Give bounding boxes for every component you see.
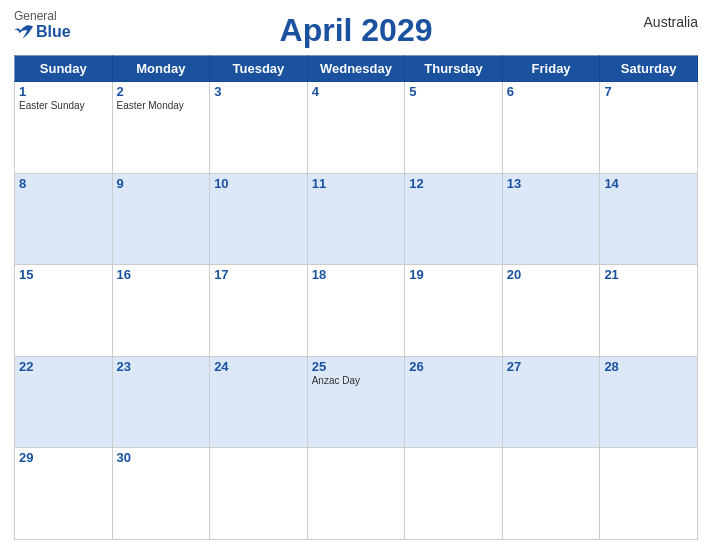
country-label: Australia [644,14,698,30]
weekday-header: Friday [502,56,600,82]
weekday-header: Saturday [600,56,698,82]
day-number: 15 [19,267,108,282]
day-number: 19 [409,267,498,282]
holiday-label: Easter Monday [117,100,206,111]
day-number: 16 [117,267,206,282]
calendar-header: General Blue April 2029 Australia [14,10,698,49]
day-number: 10 [214,176,303,191]
calendar-cell: 7 [600,82,698,174]
calendar-cell: 14 [600,173,698,265]
day-number: 12 [409,176,498,191]
logo-bird-icon [14,24,34,40]
calendar-cell: 24 [210,356,308,448]
calendar-cell: 8 [15,173,113,265]
calendar-cell: 13 [502,173,600,265]
day-number: 7 [604,84,693,99]
holiday-label: Anzac Day [312,375,401,386]
calendar-cell: 28 [600,356,698,448]
calendar-cell [600,448,698,540]
calendar-cell: 18 [307,265,405,357]
calendar-cell: 4 [307,82,405,174]
logo-blue-text: Blue [14,23,71,41]
holiday-label: Easter Sunday [19,100,108,111]
calendar-cell: 10 [210,173,308,265]
day-number: 3 [214,84,303,99]
weekday-header: Tuesday [210,56,308,82]
calendar-cell: 15 [15,265,113,357]
calendar-cell: 20 [502,265,600,357]
day-number: 26 [409,359,498,374]
logo-general-text: General [14,10,57,23]
month-title: April 2029 [280,12,433,49]
calendar-body: 1Easter Sunday2Easter Monday345678910111… [15,82,698,540]
day-number: 21 [604,267,693,282]
calendar-cell: 5 [405,82,503,174]
day-number: 6 [507,84,596,99]
calendar-cell: 22 [15,356,113,448]
day-number: 29 [19,450,108,465]
calendar-cell [502,448,600,540]
calendar-cell: 23 [112,356,210,448]
weekday-header: Thursday [405,56,503,82]
day-number: 20 [507,267,596,282]
day-number: 8 [19,176,108,191]
calendar-cell: 19 [405,265,503,357]
day-number: 28 [604,359,693,374]
day-number: 27 [507,359,596,374]
calendar-cell: 12 [405,173,503,265]
day-number: 23 [117,359,206,374]
calendar-cell: 29 [15,448,113,540]
calendar-table: SundayMondayTuesdayWednesdayThursdayFrid… [14,55,698,540]
weekday-header: Wednesday [307,56,405,82]
calendar-header-row: SundayMondayTuesdayWednesdayThursdayFrid… [15,56,698,82]
weekday-header: Sunday [15,56,113,82]
day-number: 22 [19,359,108,374]
calendar-cell: 6 [502,82,600,174]
day-number: 9 [117,176,206,191]
calendar-cell: 21 [600,265,698,357]
calendar-cell: 26 [405,356,503,448]
calendar-cell: 16 [112,265,210,357]
day-number: 24 [214,359,303,374]
day-number: 5 [409,84,498,99]
logo-area: General Blue [14,10,71,41]
calendar-cell: 3 [210,82,308,174]
calendar-cell [405,448,503,540]
day-number: 14 [604,176,693,191]
calendar-cell: 30 [112,448,210,540]
day-number: 2 [117,84,206,99]
day-number: 25 [312,359,401,374]
calendar-cell: 1Easter Sunday [15,82,113,174]
day-number: 1 [19,84,108,99]
day-number: 30 [117,450,206,465]
calendar-cell: 11 [307,173,405,265]
day-number: 11 [312,176,401,191]
calendar-cell: 9 [112,173,210,265]
weekday-header: Monday [112,56,210,82]
calendar-cell: 17 [210,265,308,357]
calendar-cell: 25Anzac Day [307,356,405,448]
calendar-cell: 27 [502,356,600,448]
day-number: 18 [312,267,401,282]
calendar-cell: 2Easter Monday [112,82,210,174]
calendar-cell [210,448,308,540]
day-number: 17 [214,267,303,282]
day-number: 4 [312,84,401,99]
day-number: 13 [507,176,596,191]
calendar-cell [307,448,405,540]
